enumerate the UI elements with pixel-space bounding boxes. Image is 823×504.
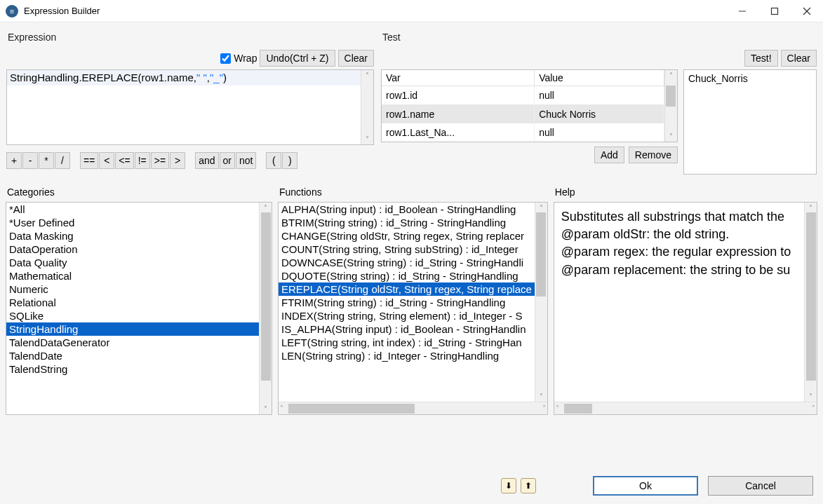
category-item[interactable]: StringHandling	[6, 322, 259, 336]
function-item[interactable]: CHANGE(String oldStr, String regex, Stri…	[279, 229, 535, 243]
test-cell-value[interactable]: Chuck Norris	[535, 104, 664, 123]
test-cell-value[interactable]: null	[535, 123, 664, 142]
function-item[interactable]: EREPLACE(String oldStr, String regex, St…	[279, 282, 535, 296]
operator-x[interactable]: *	[39, 152, 54, 169]
maximize-button[interactable]	[758, 0, 791, 22]
function-item[interactable]: INDEX(String string, String element) : i…	[279, 309, 535, 322]
undo-button[interactable]: Undo(Ctrl + Z)	[260, 50, 335, 67]
category-item[interactable]: *All	[6, 203, 259, 216]
test-cell-var[interactable]: row1.name	[382, 104, 535, 123]
test-cell-var[interactable]: row1.id	[382, 86, 535, 105]
test-table[interactable]: Var Value row1.idnullrow1.nameChuck Norr…	[381, 69, 678, 142]
function-item[interactable]: COUNT(String string, String subString) :…	[279, 243, 535, 256]
test-row[interactable]: row1.Last_Na...null	[382, 123, 664, 142]
categories-label: Categories	[6, 184, 272, 202]
expression-label: Expression	[6, 29, 374, 48]
category-item[interactable]: Data Masking	[6, 229, 259, 243]
test-button[interactable]: Test!	[744, 50, 778, 67]
operator-not[interactable]: not	[236, 152, 256, 169]
expression-text[interactable]: StringHandling.EREPLACE(row1.name," ","_…	[7, 70, 361, 86]
svg-rect-1	[772, 8, 778, 14]
wrap-checkbox-label[interactable]: Wrap	[220, 53, 257, 64]
expression-editor[interactable]: StringHandling.EREPLACE(row1.name," ","_…	[6, 69, 374, 145]
add-button[interactable]: Add	[594, 147, 624, 163]
help-panel: Help Substitutes all substrings that mat…	[554, 184, 817, 415]
operator-xx[interactable]: >=	[151, 152, 169, 169]
test-row[interactable]: row1.nameChuck Norris	[382, 104, 664, 123]
operator-xx[interactable]: ==	[80, 152, 98, 169]
operator-x[interactable]: <	[99, 152, 114, 169]
export-icon[interactable]: ⬆	[521, 478, 536, 493]
titlebar: Expression Builder	[0, 0, 823, 22]
minimize-button[interactable]	[726, 0, 758, 22]
operator-x[interactable]: >	[170, 152, 185, 169]
functions-scrollbar-h[interactable]: ˂˃	[279, 402, 547, 414]
function-item[interactable]: LEFT(String string, int index) : id_Stri…	[279, 336, 535, 349]
category-item[interactable]: DataOperation	[6, 243, 259, 256]
window-title: Expression Builder	[24, 6, 726, 16]
function-item[interactable]: DQUOTE(String string) : id_String - Stri…	[279, 269, 535, 282]
close-button[interactable]	[791, 0, 823, 22]
category-item[interactable]: Relational	[6, 296, 259, 309]
operator-x[interactable]: )	[282, 152, 297, 169]
help-line: @param oldStr: the old string.	[561, 226, 797, 243]
import-icon[interactable]: ⬇	[501, 478, 516, 493]
cancel-button[interactable]: Cancel	[708, 476, 813, 496]
categories-list[interactable]: *All*User DefinedData MaskingDataOperati…	[6, 203, 259, 414]
help-line: Substitutes all substrings that match th…	[561, 208, 797, 226]
operator-xx[interactable]: !=	[135, 152, 150, 169]
help-line: @param replacement: the string to be su	[561, 261, 797, 279]
help-scrollbar-v[interactable]: ˄˅	[804, 203, 817, 402]
operator-x[interactable]: /	[55, 152, 70, 169]
functions-label: Functions	[278, 184, 548, 202]
function-item[interactable]: BTRIM(String string) : id_String - Strin…	[279, 216, 535, 229]
test-scrollbar[interactable]: ˄˅	[664, 70, 677, 142]
function-item[interactable]: DOWNCASE(String string) : id_String - St…	[279, 256, 535, 269]
function-item[interactable]: ALPHA(String input) : id_Boolean - Strin…	[279, 203, 535, 216]
category-item[interactable]: TalendString	[6, 362, 259, 376]
help-scrollbar-h[interactable]: ˂˃	[554, 402, 817, 414]
operator-x[interactable]: (	[266, 152, 281, 169]
operator-x[interactable]: +	[6, 152, 22, 169]
operator-xx[interactable]: <=	[115, 152, 133, 169]
help-text: Substitutes all substrings that match th…	[554, 203, 804, 402]
functions-scrollbar-v[interactable]: ˄˅	[535, 203, 547, 402]
function-item[interactable]: IS_ALPHA(String input) : id_Boolean - St…	[279, 322, 535, 336]
operator-or[interactable]: or	[220, 152, 235, 169]
app-icon	[6, 5, 18, 18]
functions-list[interactable]: ALPHA(String input) : id_Boolean - Strin…	[279, 203, 535, 402]
remove-button[interactable]: Remove	[629, 147, 678, 163]
expression-panel: Expression Wrap Undo(Ctrl + Z) Clear Str…	[6, 28, 375, 181]
test-label: Test	[381, 29, 817, 48]
operator-x[interactable]: -	[22, 152, 38, 169]
test-col-var[interactable]: Var	[382, 70, 535, 86]
categories-scrollbar[interactable]: ˄˅	[259, 203, 272, 414]
test-cell-var[interactable]: row1.Last_Na...	[382, 123, 535, 142]
category-item[interactable]: Data Quality	[6, 256, 259, 269]
footer: ⬇ ⬆ Ok Cancel	[0, 468, 823, 504]
help-line: @param regex: the regular expression to	[561, 243, 797, 261]
test-row[interactable]: row1.idnull	[382, 86, 664, 105]
category-item[interactable]: *User Defined	[6, 216, 259, 229]
clear-expression-button[interactable]: Clear	[338, 50, 374, 67]
ok-button[interactable]: Ok	[593, 476, 698, 496]
category-item[interactable]: SQLike	[6, 309, 259, 322]
category-item[interactable]: TalendDataGenerator	[6, 336, 259, 349]
help-label: Help	[554, 184, 817, 202]
function-item[interactable]: FTRIM(String string) : id_String - Strin…	[279, 296, 535, 309]
function-item[interactable]: LEN(String string) : id_Integer - String…	[279, 349, 535, 362]
wrap-checkbox[interactable]	[220, 53, 231, 64]
test-result: Chuck_Norris	[683, 69, 817, 175]
categories-panel: Categories *All*User DefinedData Masking…	[6, 184, 272, 415]
category-item[interactable]: TalendDate	[6, 349, 259, 362]
operator-and[interactable]: and	[195, 152, 218, 169]
expression-scrollbar[interactable]: ˄˅	[361, 70, 373, 144]
category-item[interactable]: Mathematical	[6, 269, 259, 282]
test-panel: Test Test! Clear Var Value row1.idnullro…	[380, 28, 817, 181]
category-item[interactable]: Numeric	[6, 282, 259, 296]
functions-panel: Functions ALPHA(String input) : id_Boole…	[278, 184, 548, 415]
test-cell-value[interactable]: null	[535, 86, 664, 105]
test-col-value[interactable]: Value	[535, 70, 664, 86]
clear-test-button[interactable]: Clear	[781, 50, 817, 67]
